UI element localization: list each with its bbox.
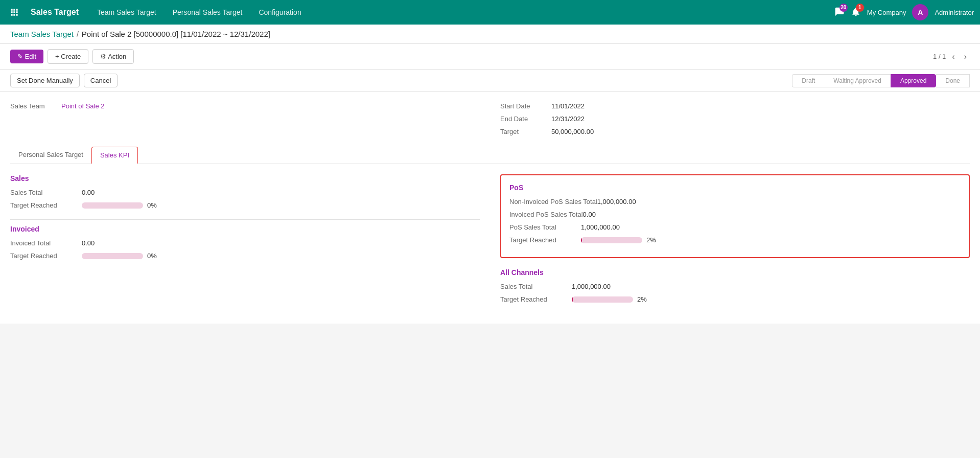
sales-target-reached-field: Target Reached 0%: [10, 201, 480, 209]
nav-links: Team Sales Target Personal Sales Target …: [91, 6, 308, 18]
all-channels-progress-bar: 2%: [572, 295, 647, 303]
sales-team-value[interactable]: Point of Sale 2: [61, 102, 105, 110]
sales-total-value: 0.00: [82, 189, 95, 196]
set-done-manually-button[interactable]: Set Done Manually: [10, 74, 80, 87]
invoiced-progress-bg: [82, 253, 143, 259]
all-channels-progress-pct: 2%: [637, 295, 647, 303]
pagination-next[interactable]: ›: [961, 51, 970, 62]
avatar[interactable]: A: [912, 4, 928, 20]
status-waiting-approved[interactable]: Waiting Approved: [824, 74, 891, 87]
pagination-prev[interactable]: ‹: [949, 51, 958, 62]
all-channels-sales-total-value: 1,000,000.00: [572, 283, 611, 290]
invoiced-progress-pct: 0%: [147, 252, 157, 260]
form-fields: Sales Team Point of Sale 2 Start Date 11…: [10, 102, 970, 141]
all-channels-target-reached-label: Target Reached: [500, 295, 572, 303]
status-pipeline: Draft Waiting Approved Approved Done: [792, 74, 970, 87]
notifications-icon[interactable]: 1: [851, 7, 861, 18]
pos-invoiced-field: Invoiced PoS Sales Total 0.00: [509, 211, 961, 218]
status-done[interactable]: Done: [936, 74, 970, 87]
pos-total-value: 1,000,000.00: [581, 223, 620, 231]
all-channels-sales-total-field: Sales Total 1,000,000.00: [500, 283, 970, 290]
pos-progress-bg: [581, 237, 642, 243]
all-channels-target-reached-field: Target Reached 2%: [500, 295, 970, 303]
status-bar: Set Done Manually Cancel Draft Waiting A…: [0, 70, 980, 92]
pos-progress-fill: [581, 237, 582, 243]
pos-total-field: PoS Sales Total 1,000,000.00: [509, 223, 961, 231]
invoiced-total-value: 0.00: [82, 239, 95, 247]
pos-progress-pct: 2%: [646, 236, 656, 244]
right-form-col: Start Date 11/01/2022 End Date 12/31/202…: [500, 102, 970, 141]
company-name[interactable]: My Company: [867, 9, 906, 16]
cancel-button[interactable]: Cancel: [84, 74, 118, 87]
sales-total-label: Sales Total: [10, 189, 82, 196]
pos-progress-bar: 2%: [581, 236, 656, 244]
target-field: Target 50,000,000.00: [500, 128, 970, 135]
all-channels-sales-total-label: Sales Total: [500, 283, 572, 290]
action-bar: ✎ Edit + Create ⚙ Action 1 / 1 ‹ ›: [0, 44, 980, 70]
sales-total-field: Sales Total 0.00: [10, 189, 480, 196]
nav-configuration[interactable]: Configuration: [252, 6, 307, 18]
sales-team-label: Sales Team: [10, 102, 61, 110]
pos-invoiced-value: 0.00: [583, 211, 596, 218]
invoiced-section: Invoiced Invoiced Total 0.00 Target Reac…: [10, 225, 480, 260]
main-content: Sales Team Point of Sale 2 Start Date 11…: [0, 92, 980, 457]
pagination: 1 / 1 ‹ ›: [933, 51, 970, 62]
start-date-value: 11/01/2022: [551, 102, 585, 110]
message-badge: 20: [839, 4, 848, 12]
start-date-label: Start Date: [500, 102, 551, 110]
sales-title: Sales: [10, 174, 480, 182]
sales-progress-pct: 0%: [147, 201, 157, 209]
nav-team-sales-target[interactable]: Team Sales Target: [91, 6, 162, 18]
end-date-value: 12/31/2022: [551, 115, 585, 123]
status-draft[interactable]: Draft: [792, 74, 824, 87]
pos-non-invoiced-field: Non-Invoiced PoS Sales Total 1,000,000.0…: [509, 198, 961, 205]
nav-personal-sales-target[interactable]: Personal Sales Target: [167, 6, 249, 18]
invoiced-target-reached-label: Target Reached: [10, 252, 82, 260]
invoiced-target-reached-field: Target Reached 0%: [10, 252, 480, 260]
breadcrumb-parent[interactable]: Team Sales Target: [10, 30, 74, 38]
all-channels-progress-bg: [572, 296, 633, 303]
notif-badge: 1: [856, 4, 864, 12]
apps-icon[interactable]: [6, 4, 22, 20]
pos-invoiced-label: Invoiced PoS Sales Total: [509, 211, 583, 218]
messages-icon[interactable]: 20: [834, 7, 845, 18]
breadcrumb-separator: /: [77, 30, 79, 38]
pos-non-invoiced-value: 1,000,000.00: [597, 198, 636, 205]
invoiced-total-label: Invoiced Total: [10, 239, 82, 247]
create-button[interactable]: + Create: [48, 49, 88, 64]
target-label: Target: [500, 128, 551, 135]
pos-target-reached-field: Target Reached 2%: [509, 236, 961, 244]
pos-box: PoS Non-Invoiced PoS Sales Total 1,000,0…: [500, 174, 970, 258]
end-date-field: End Date 12/31/2022: [500, 115, 970, 123]
sales-progress-bg: [82, 202, 143, 209]
action-button[interactable]: ⚙ Action: [92, 49, 134, 64]
user-name[interactable]: Administrator: [935, 9, 974, 16]
invoiced-total-field: Invoiced Total 0.00: [10, 239, 480, 247]
status-approved[interactable]: Approved: [891, 74, 936, 87]
sales-target-reached-label: Target Reached: [10, 201, 82, 209]
invoiced-title: Invoiced: [10, 225, 480, 233]
tabs: Personal Sales Target Sales KPI: [10, 147, 970, 164]
tab-sales-kpi[interactable]: Sales KPI: [91, 147, 138, 164]
pos-non-invoiced-label: Non-Invoiced PoS Sales Total: [509, 198, 597, 205]
sales-progress-bar: 0%: [82, 201, 157, 209]
kpi-right-column: PoS Non-Invoiced PoS Sales Total 1,000,0…: [500, 174, 970, 313]
tab-personal-sales-target[interactable]: Personal Sales Target: [10, 147, 91, 164]
pagination-info: 1 / 1: [933, 53, 946, 60]
nav-right: 20 1 My Company A Administrator: [834, 4, 974, 20]
pos-title: PoS: [509, 184, 961, 192]
pos-target-reached-label: Target Reached: [509, 236, 581, 244]
all-channels-title: All Channels: [500, 268, 970, 277]
left-form-col: Sales Team Point of Sale 2: [10, 102, 480, 141]
breadcrumb: Team Sales Target / Point of Sale 2 [500…: [0, 25, 980, 44]
top-navigation: Sales Target Team Sales Target Personal …: [0, 0, 980, 25]
invoiced-progress-bar: 0%: [82, 252, 157, 260]
edit-button[interactable]: ✎ Edit: [10, 50, 43, 63]
kpi-left-column: Sales Sales Total 0.00 Target Reached 0%: [10, 174, 480, 313]
breadcrumb-current: Point of Sale 2 [50000000.0] [11/01/2022…: [82, 30, 270, 38]
app-title: Sales Target: [31, 8, 79, 17]
end-date-label: End Date: [500, 115, 551, 123]
start-date-field: Start Date 11/01/2022: [500, 102, 970, 110]
all-channels-section: All Channels Sales Total 1,000,000.00 Ta…: [500, 268, 970, 303]
sales-section: Sales Sales Total 0.00 Target Reached 0%: [10, 174, 480, 209]
